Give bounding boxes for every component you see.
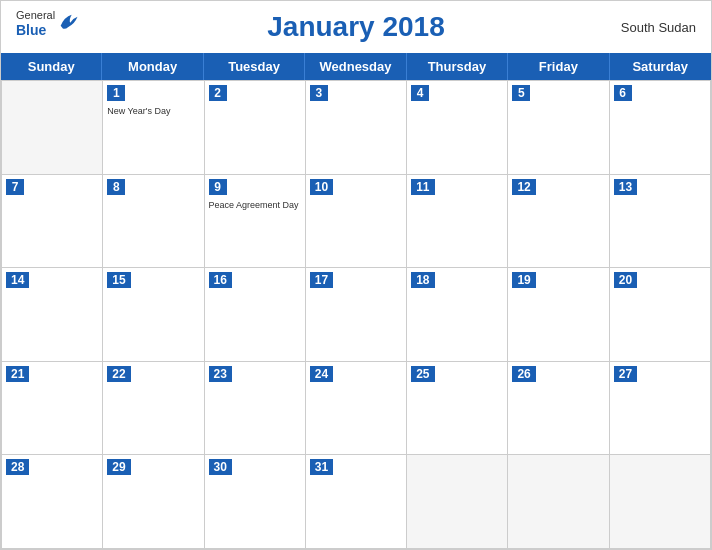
calendar-cell: 22: [103, 362, 204, 456]
calendar-cell: 16: [205, 268, 306, 362]
calendar-cell: 26: [508, 362, 609, 456]
cell-date: 4: [411, 85, 429, 101]
calendar-cell: 10: [306, 175, 407, 269]
calendar-cell: 24: [306, 362, 407, 456]
calendar-cell: 19: [508, 268, 609, 362]
cell-date: 31: [310, 459, 333, 475]
cell-date: 22: [107, 366, 130, 382]
calendar-cell: 6: [610, 81, 711, 175]
cell-date: 20: [614, 272, 637, 288]
cell-date: 18: [411, 272, 434, 288]
cell-date: 15: [107, 272, 130, 288]
calendar-cell: 27: [610, 362, 711, 456]
cell-date: 23: [209, 366, 232, 382]
calendar-cell: 7: [2, 175, 103, 269]
calendar-grid: 1New Year's Day23456789Peace Agreement D…: [1, 80, 711, 549]
calendar-cell: [508, 455, 609, 549]
day-name-monday: Monday: [102, 53, 203, 80]
calendar-cell: 3: [306, 81, 407, 175]
logo-bird-icon: [57, 11, 79, 33]
cell-date: 25: [411, 366, 434, 382]
cell-date: 10: [310, 179, 333, 195]
calendar-header: General Blue January 2018 South Sudan: [1, 1, 711, 53]
day-name-friday: Friday: [508, 53, 609, 80]
calendar-cell: 29: [103, 455, 204, 549]
calendar-cell: 25: [407, 362, 508, 456]
cell-date: 30: [209, 459, 232, 475]
cell-date: 26: [512, 366, 535, 382]
calendar-cell: 17: [306, 268, 407, 362]
cell-date: 6: [614, 85, 632, 101]
cell-date: 17: [310, 272, 333, 288]
calendar: General Blue January 2018 South Sudan Su…: [0, 0, 712, 550]
cell-event: Peace Agreement Day: [209, 200, 301, 212]
cell-date: 5: [512, 85, 530, 101]
cell-date: 13: [614, 179, 637, 195]
cell-date: 1: [107, 85, 125, 101]
calendar-cell: [610, 455, 711, 549]
calendar-cell: 20: [610, 268, 711, 362]
cell-date: 2: [209, 85, 227, 101]
logo-text: General Blue: [16, 9, 55, 39]
cell-date: 8: [107, 179, 125, 195]
cell-date: 19: [512, 272, 535, 288]
logo: General Blue: [16, 9, 79, 39]
calendar-cell: 30: [205, 455, 306, 549]
calendar-cell: 8: [103, 175, 204, 269]
logo-blue: Blue: [16, 22, 55, 39]
cell-date: 12: [512, 179, 535, 195]
cell-date: 29: [107, 459, 130, 475]
day-name-thursday: Thursday: [407, 53, 508, 80]
day-name-tuesday: Tuesday: [204, 53, 305, 80]
cell-date: 27: [614, 366, 637, 382]
calendar-cell: 18: [407, 268, 508, 362]
calendar-cell: 9Peace Agreement Day: [205, 175, 306, 269]
days-header: SundayMondayTuesdayWednesdayThursdayFrid…: [1, 53, 711, 80]
calendar-cell: 23: [205, 362, 306, 456]
calendar-cell: 13: [610, 175, 711, 269]
calendar-cell: 21: [2, 362, 103, 456]
calendar-cell: 11: [407, 175, 508, 269]
day-name-wednesday: Wednesday: [305, 53, 406, 80]
cell-date: 24: [310, 366, 333, 382]
calendar-cell: 5: [508, 81, 609, 175]
cell-event: New Year's Day: [107, 106, 199, 118]
calendar-cell: [2, 81, 103, 175]
cell-date: 11: [411, 179, 434, 195]
calendar-cell: 28: [2, 455, 103, 549]
cell-date: 14: [6, 272, 29, 288]
cell-date: 16: [209, 272, 232, 288]
calendar-cell: 14: [2, 268, 103, 362]
calendar-cell: 12: [508, 175, 609, 269]
calendar-cell: 31: [306, 455, 407, 549]
cell-date: 28: [6, 459, 29, 475]
calendar-cell: [407, 455, 508, 549]
cell-date: 21: [6, 366, 29, 382]
cell-date: 7: [6, 179, 24, 195]
cell-date: 9: [209, 179, 227, 195]
calendar-cell: 2: [205, 81, 306, 175]
day-name-saturday: Saturday: [610, 53, 711, 80]
logo-general: General: [16, 9, 55, 22]
day-name-sunday: Sunday: [1, 53, 102, 80]
calendar-cell: 1New Year's Day: [103, 81, 204, 175]
cell-date: 3: [310, 85, 328, 101]
calendar-cell: 4: [407, 81, 508, 175]
calendar-title: January 2018: [267, 11, 444, 43]
calendar-cell: 15: [103, 268, 204, 362]
country-label: South Sudan: [621, 20, 696, 35]
